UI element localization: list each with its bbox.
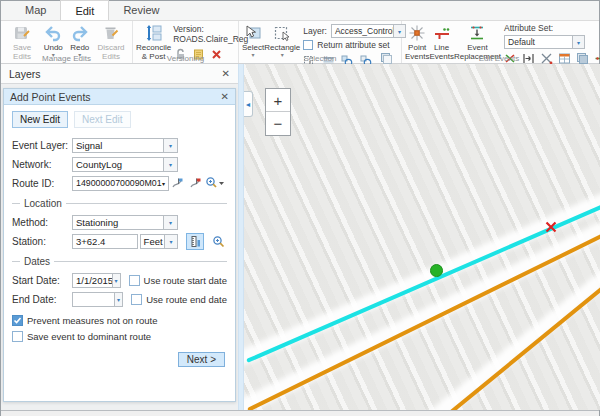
- discard-edits-icon: [102, 24, 120, 42]
- end-date-dropdown-icon[interactable]: ▾: [115, 292, 124, 307]
- add-point-events-title: Add Point Events: [10, 91, 221, 103]
- method-label: Method:: [12, 217, 72, 228]
- new-point-event-marker[interactable]: [430, 264, 443, 277]
- group-versioning: Reconcile & Post Version: ROADS.Claire_R…: [133, 21, 239, 63]
- station-location-marker: [544, 220, 558, 234]
- use-route-start-date-checkbox[interactable]: [129, 275, 140, 286]
- window-bottom-frame: [1, 410, 599, 416]
- redo-button[interactable]: Redo ▾: [67, 23, 94, 58]
- group-label-edit-events: Edit Events: [402, 54, 596, 63]
- use-route-end-date-checkbox[interactable]: [131, 294, 142, 305]
- collapse-left-icon: ◄: [245, 101, 252, 108]
- route-id-input[interactable]: 14900000700090M01 ▾: [72, 176, 169, 191]
- route-id-label: Route ID:: [12, 178, 72, 189]
- next-button[interactable]: Next >: [178, 352, 225, 367]
- method-dropdown-icon[interactable]: ▾: [164, 215, 178, 230]
- select-route-on-map-icon[interactable]: [169, 175, 186, 192]
- point-events-icon: [408, 24, 426, 42]
- start-date-dropdown-icon[interactable]: ▾: [113, 273, 121, 288]
- prevent-measures-checkbox[interactable]: [12, 315, 23, 326]
- event-replacement-icon: [468, 24, 486, 42]
- road-surface: [244, 216, 600, 410]
- zoom-out-button[interactable]: −: [266, 112, 290, 135]
- group-label-manage-edits: Manage Edits: [1, 54, 132, 63]
- left-dock-pane: Layers ✕ Add Point Events ✕ New Edit Nex…: [1, 64, 238, 410]
- end-date-input[interactable]: [72, 292, 115, 307]
- group-manage-edits: Save Edits Undo ▾ Redo ▾ Discard Edits M…: [1, 21, 133, 63]
- attribute-set-label: Attribute Set:: [504, 23, 600, 33]
- method-value[interactable]: Stationing: [72, 215, 164, 230]
- return-attribute-set-checkbox[interactable]: [303, 40, 313, 50]
- zoom-in-button[interactable]: +: [266, 89, 290, 112]
- dates-section-separator: Dates: [12, 256, 227, 267]
- tab-map[interactable]: Map: [11, 0, 60, 20]
- rectangle-select-icon: [273, 24, 291, 42]
- start-date-label: Start Date:: [12, 275, 72, 286]
- layers-pane-title: Layers: [9, 68, 222, 80]
- line-events-icon: [433, 24, 451, 42]
- zoom-to-station-icon[interactable]: [210, 233, 227, 250]
- undo-button[interactable]: Undo ▾: [40, 23, 67, 58]
- select-button[interactable]: Select ▾: [242, 23, 264, 58]
- ribbon: Save Edits Undo ▾ Redo ▾ Discard Edits M…: [1, 21, 599, 64]
- attribute-set-dropdown-icon[interactable]: ▾: [572, 35, 585, 49]
- add-point-events-panel: Add Point Events ✕ New Edit Next Edit Ev…: [3, 88, 236, 402]
- reconcile-post-icon: [145, 24, 163, 42]
- network-label: Network:: [12, 159, 72, 170]
- undo-icon: [44, 24, 62, 42]
- start-date-input[interactable]: 1/1/2015: [72, 273, 113, 288]
- tab-edit[interactable]: Edit: [60, 0, 109, 20]
- route-id-dropdown-icon[interactable]: ▾: [162, 180, 165, 187]
- save-edits-icon: [13, 24, 31, 42]
- save-to-dominant-route-checkbox[interactable]: [12, 331, 23, 342]
- network-dropdown-icon[interactable]: ▾: [164, 157, 178, 172]
- zoom-to-route-button[interactable]: [204, 175, 227, 192]
- pick-station-on-map-button[interactable]: [186, 233, 203, 250]
- version-label: Version:: [173, 24, 248, 34]
- network-value[interactable]: CountyLog: [72, 157, 164, 172]
- map-zoom-control: + −: [265, 88, 291, 136]
- group-edit-events: Point Events Line Events Event Replaceme…: [402, 21, 596, 63]
- layers-pane-header: Layers ✕: [1, 64, 238, 84]
- end-date-label: End Date:: [12, 294, 72, 305]
- tab-review[interactable]: Review: [109, 0, 173, 20]
- ribbon-tab-bar: Map Edit Review: [1, 1, 599, 21]
- group-selection: Select ▾ Rectangle ▾ Layer: Access_Contr…: [239, 21, 402, 63]
- layer-combobox[interactable]: Access_Control ▾: [331, 24, 406, 38]
- app-window: Map Edit Review Save Edits Undo ▾ Redo ▾: [0, 0, 600, 416]
- redo-icon: [71, 24, 89, 42]
- layers-close-icon[interactable]: ✕: [222, 68, 230, 79]
- rectangle-select-button[interactable]: Rectangle ▾: [264, 23, 300, 58]
- map-view[interactable]: + − ◄: [244, 64, 600, 410]
- select-icon: [244, 24, 262, 42]
- add-point-events-close-icon[interactable]: ✕: [221, 91, 229, 102]
- event-layer-dropdown-icon[interactable]: ▾: [164, 138, 178, 153]
- next-edit-button[interactable]: Next Edit: [74, 111, 131, 128]
- new-edit-button[interactable]: New Edit: [12, 111, 68, 128]
- event-layer-label: Event Layer:: [12, 140, 72, 151]
- location-section-separator: Location: [12, 198, 227, 209]
- layer-label: Layer:: [303, 26, 327, 36]
- group-label-selection: Selection: [239, 54, 401, 63]
- event-layer-value[interactable]: Signal: [72, 138, 164, 153]
- road-surface: [421, 266, 600, 410]
- station-unit-value[interactable]: Feet: [140, 234, 165, 249]
- add-point-events-header: Add Point Events ✕: [4, 89, 235, 105]
- group-label-versioning: Versioning: [133, 54, 238, 63]
- station-input[interactable]: 3+62.4: [72, 234, 138, 249]
- version-value: ROADS.Claire_Reg: [173, 34, 248, 44]
- attribute-set-combobox[interactable]: Default ▾: [504, 35, 600, 49]
- station-unit-dropdown-icon[interactable]: ▾: [165, 234, 178, 249]
- select-route-flag-icon[interactable]: [186, 175, 203, 192]
- station-label: Station:: [12, 236, 72, 247]
- collapse-pane-button[interactable]: ◄: [244, 91, 253, 117]
